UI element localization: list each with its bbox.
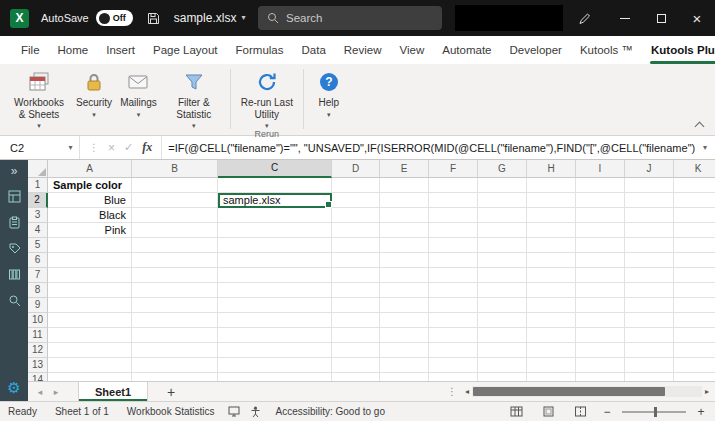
cell-H4[interactable] [527,223,576,238]
cell-E5[interactable] [380,238,429,253]
column-header-C[interactable]: C [218,160,332,178]
cell-B9[interactable] [132,298,218,313]
cell-H5[interactable] [527,238,576,253]
cell-C3[interactable] [218,208,332,223]
cell-B5[interactable] [132,238,218,253]
row-header-4[interactable]: 4 [28,223,48,238]
cell-J5[interactable] [625,238,674,253]
cell-H3[interactable] [527,208,576,223]
column-header-K[interactable]: K [674,160,715,178]
scrollbar-thumb[interactable] [473,387,664,396]
cell-A4[interactable]: Pink [48,223,132,238]
cell-D5[interactable] [332,238,380,253]
cell-H1[interactable] [527,178,576,193]
cell-B7[interactable] [132,268,218,283]
cell-I6[interactable] [576,253,625,268]
cell-A14[interactable] [48,373,132,381]
cell-B2[interactable] [132,193,218,208]
cell-F1[interactable] [429,178,478,193]
cell-D12[interactable] [332,343,380,358]
cell-J10[interactable] [625,313,674,328]
tab-kutools-plus[interactable]: Kutools Plus [642,36,715,64]
cell-F10[interactable] [429,313,478,328]
cell-F2[interactable] [429,193,478,208]
cell-G5[interactable] [478,238,527,253]
cell-E2[interactable] [380,193,429,208]
name-manager-icon[interactable] [8,242,21,255]
settings-gear-icon[interactable]: ⚙ [7,380,20,395]
cell-F9[interactable] [429,298,478,313]
cell-C10[interactable] [218,313,332,328]
row-header-14[interactable]: 14 [28,373,48,381]
cell-D3[interactable] [332,208,380,223]
expand-pane-icon[interactable]: » [11,165,18,177]
collapse-ribbon-icon[interactable] [695,121,705,130]
save-button[interactable] [147,12,160,25]
cell-K11[interactable] [674,328,715,343]
tab-developer[interactable]: Developer [500,36,570,64]
cell-I8[interactable] [576,283,625,298]
mailings-button[interactable]: Mailings ▾ [116,67,161,118]
cell-F14[interactable] [429,373,478,381]
cell-I9[interactable] [576,298,625,313]
cell-G6[interactable] [478,253,527,268]
cell-G14[interactable] [478,373,527,381]
cell-J14[interactable] [625,373,674,381]
insert-function-button[interactable]: fx [142,140,152,155]
cell-K14[interactable] [674,373,715,381]
minimize-button[interactable] [607,0,643,36]
cell-F6[interactable] [429,253,478,268]
column-header-F[interactable]: F [429,160,478,178]
column-header-G[interactable]: G [478,160,527,178]
rerun-last-utility-button[interactable]: Re-run Last Utility ▾ [234,67,300,129]
cell-C4[interactable] [218,223,332,238]
cell-I13[interactable] [576,358,625,373]
column-header-H[interactable]: H [527,160,576,178]
cell-J11[interactable] [625,328,674,343]
document-title-dropdown[interactable]: sample.xlsx ▾ [174,11,246,25]
cell-J8[interactable] [625,283,674,298]
cell-C13[interactable] [218,358,332,373]
cell-B11[interactable] [132,328,218,343]
cell-J3[interactable] [625,208,674,223]
name-box[interactable]: C2 [0,136,62,159]
scroll-right-icon[interactable]: ▸ [705,387,709,396]
cell-G8[interactable] [478,283,527,298]
cell-K6[interactable] [674,253,715,268]
cell-E9[interactable] [380,298,429,313]
cell-D14[interactable] [332,373,380,381]
cell-C1[interactable] [218,178,332,193]
cell-G1[interactable] [478,178,527,193]
cell-D9[interactable] [332,298,380,313]
cell-J6[interactable] [625,253,674,268]
sheet-tab-sheet1[interactable]: Sheet1 [78,382,148,401]
cell-D13[interactable] [332,358,380,373]
cell-C9[interactable] [218,298,332,313]
filter-statistic-button[interactable]: Filter & Statistic ▾ [161,67,227,129]
cell-I7[interactable] [576,268,625,283]
row-header-2[interactable]: 2 [28,193,48,208]
cell-H6[interactable] [527,253,576,268]
cell-E14[interactable] [380,373,429,381]
cell-K7[interactable] [674,268,715,283]
cell-K10[interactable] [674,313,715,328]
cell-J4[interactable] [625,223,674,238]
column-header-I[interactable]: I [576,160,625,178]
tab-page-layout[interactable]: Page Layout [144,36,227,64]
cell-B14[interactable] [132,373,218,381]
cell-A11[interactable] [48,328,132,343]
cell-C2[interactable]: sample.xlsx [218,193,332,208]
cell-K5[interactable] [674,238,715,253]
cell-G11[interactable] [478,328,527,343]
cell-H14[interactable] [527,373,576,381]
cell-D1[interactable] [332,178,380,193]
sheet-nav-left-icon[interactable]: ◂ [32,387,48,397]
cell-G13[interactable] [478,358,527,373]
row-header-10[interactable]: 10 [28,313,48,328]
cell-A9[interactable] [48,298,132,313]
formula-input[interactable]: =IF(@CELL("filename")="", "UNSAVED",IF(I… [162,142,695,154]
cell-E6[interactable] [380,253,429,268]
cell-H10[interactable] [527,313,576,328]
tab-scroll-splitter-icon[interactable]: ⋮ [441,386,463,397]
normal-view-icon[interactable] [505,406,528,417]
